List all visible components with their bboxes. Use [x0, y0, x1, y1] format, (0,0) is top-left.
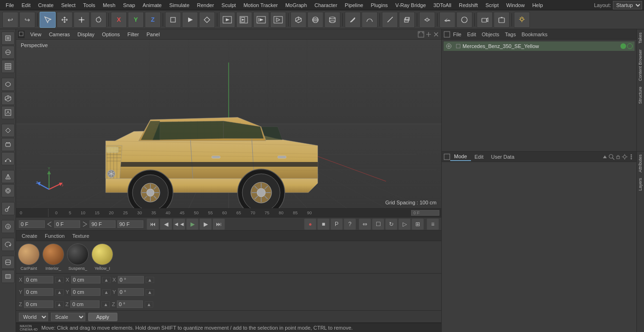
mat-texture-menu[interactable]: Texture [68, 232, 93, 240]
pen-button[interactable] [345, 12, 361, 28]
attr-user-data-tab[interactable]: User Data [487, 153, 519, 161]
material-carpaint[interactable]: CarPaint [18, 243, 40, 271]
rot-z-input[interactable] [117, 300, 143, 308]
render-all-button[interactable] [253, 12, 269, 28]
menu-snap[interactable]: Snap [119, 1, 139, 9]
left-tool-15[interactable] [1, 256, 15, 269]
tab-filter[interactable]: Filter [124, 31, 142, 38]
attr-mode-tab[interactable]: Mode [450, 153, 471, 161]
pos-x-input[interactable] [24, 276, 53, 283]
knife-button[interactable] [382, 12, 398, 28]
obj-tags-menu[interactable]: Tags [502, 31, 519, 38]
sky-button[interactable] [456, 12, 472, 28]
play-button[interactable]: ▶ [186, 219, 198, 230]
attr-lock-icon[interactable] [615, 154, 621, 160]
menu-mesh[interactable]: Mesh [99, 1, 119, 9]
left-tool-16[interactable] [1, 270, 15, 283]
rot-x-up[interactable]: ▲ [146, 277, 154, 283]
select-timeline-button[interactable]: ☐ [372, 219, 384, 230]
anim-button[interactable] [182, 12, 198, 28]
record-button[interactable]: ● [304, 219, 316, 230]
pos-z-input[interactable] [24, 300, 53, 308]
attr-dots-icon[interactable] [628, 154, 635, 160]
menu-3dtoall[interactable]: 3DToAll [429, 1, 455, 9]
attributes-side-tab[interactable]: Attributes [637, 152, 644, 175]
menu-create[interactable]: Create [34, 1, 58, 9]
left-tool-13[interactable]: S [1, 220, 15, 233]
go-end-button[interactable]: ⏭ [213, 219, 225, 230]
pos-x-up[interactable]: ▲ [55, 277, 64, 283]
pos-z-up[interactable]: ▲ [55, 301, 64, 308]
tab-panel[interactable]: Panel [143, 31, 164, 38]
menu-simulate[interactable]: Simulate [165, 1, 193, 9]
mat-function-menu[interactable]: Function [41, 232, 68, 240]
pos-y-input[interactable] [24, 288, 53, 296]
tab-options[interactable]: Options [98, 31, 124, 38]
cylinder-button[interactable] [324, 12, 340, 28]
maximize-icon[interactable] [418, 31, 424, 38]
layers-side-tab[interactable]: Layers [637, 175, 644, 194]
object-visibility-dot[interactable] [620, 43, 626, 49]
menu-vray[interactable]: V-Ray Bridge [392, 1, 430, 9]
obj-bookmarks-menu[interactable]: Bookmarks [519, 31, 550, 38]
size-z-input[interactable] [70, 300, 99, 308]
menu-edit[interactable]: Edit [18, 1, 34, 9]
rot-x-input[interactable] [118, 276, 144, 283]
menu-help[interactable]: Help [528, 1, 547, 9]
material-yellow[interactable]: Yellow_I [91, 243, 113, 271]
go-start-button[interactable]: ⏮ [147, 219, 159, 230]
move-viewport-icon[interactable] [425, 31, 432, 38]
material-suspension[interactable]: Suspens_ [67, 243, 89, 271]
rotate-timeline-button[interactable]: ↻ [385, 219, 397, 230]
left-tool-3[interactable] [1, 60, 15, 73]
size-x-input[interactable] [71, 276, 100, 283]
tab-display[interactable]: Display [74, 31, 98, 38]
table-row[interactable]: Mercedes_Benz_350_SE_Yellow [444, 41, 635, 51]
render-viewport-button[interactable] [219, 12, 235, 28]
move-tool-button[interactable]: ⇔ [359, 219, 371, 230]
menu-tools[interactable]: Tools [79, 1, 99, 9]
camera3-button[interactable] [477, 12, 493, 28]
play-reverse-button[interactable]: ◄◄ [173, 219, 185, 230]
move-button[interactable] [57, 12, 73, 28]
obj-objects-menu[interactable]: Objects [479, 31, 502, 38]
attr-up-icon[interactable] [602, 154, 608, 160]
structure-tab[interactable]: Structure [637, 84, 644, 107]
menu-render[interactable]: Render [193, 1, 218, 9]
obj-file-menu[interactable]: File [450, 31, 464, 38]
rotate-button[interactable] [91, 12, 107, 28]
select-live-button[interactable] [40, 12, 56, 28]
end-frame-input2[interactable] [117, 220, 143, 228]
attr-search-icon[interactable] [608, 154, 615, 160]
attr-edit-tab[interactable]: Edit [471, 153, 487, 161]
takes-tab[interactable]: Takes [637, 29, 644, 47]
menu-motion-tracker[interactable]: Motion Tracker [239, 1, 281, 9]
menu-window[interactable]: Window [503, 1, 528, 9]
scale-select[interactable]: Scale Absolute [51, 313, 85, 321]
left-tool-11[interactable] [1, 184, 15, 197]
mirror-button[interactable] [419, 12, 435, 28]
menu-mograph[interactable]: MoGraph [281, 1, 311, 9]
scale-button[interactable] [74, 12, 90, 28]
undo-button[interactable]: ↩ [2, 12, 18, 28]
left-tool-1[interactable] [1, 32, 15, 45]
menu-sculpt[interactable]: Sculpt [218, 1, 240, 9]
timeline-settings-button[interactable]: ≡ [427, 219, 439, 230]
cube-button[interactable] [290, 12, 306, 28]
render-frames-button[interactable] [236, 12, 252, 28]
mat-create-menu[interactable]: Create [18, 232, 41, 240]
apply-button[interactable]: Apply [88, 313, 117, 321]
prev-frame-button[interactable]: ◀ [160, 219, 172, 230]
left-tool-2[interactable] [1, 46, 15, 59]
question-button[interactable]: ? [344, 219, 356, 230]
world-select[interactable]: World Local Object [19, 313, 48, 321]
left-tool-9[interactable] [1, 152, 15, 165]
size-y-up[interactable]: ▲ [102, 289, 111, 295]
menu-select[interactable]: Select [58, 1, 80, 9]
keyframe-button[interactable] [199, 12, 215, 28]
x-axis-button[interactable]: X [111, 12, 127, 28]
left-tool-12[interactable] [1, 202, 15, 215]
size-z-up[interactable]: ▲ [101, 301, 110, 308]
rot-y-input[interactable] [118, 288, 144, 296]
z-axis-button[interactable]: Z [145, 12, 161, 28]
